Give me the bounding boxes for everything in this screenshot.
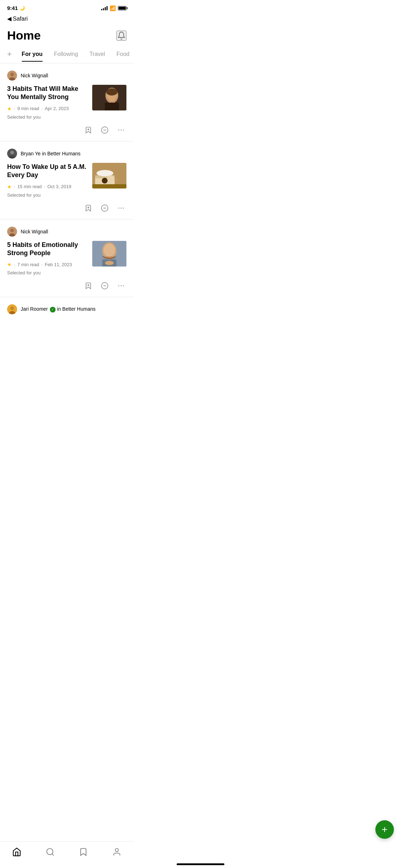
svg-point-32 xyxy=(123,207,124,208)
save-button[interactable] xyxy=(83,125,94,135)
article-text: 3 Habits That Will Make You Mentally Str… xyxy=(7,85,87,121)
svg-point-31 xyxy=(121,207,122,208)
status-left: 9:41 🌙 xyxy=(7,5,25,11)
more-button[interactable] xyxy=(116,125,126,135)
back-navigation[interactable]: ◀ Safari xyxy=(0,14,134,26)
svg-point-24 xyxy=(102,178,108,184)
article-thumbnail xyxy=(92,241,126,267)
svg-point-13 xyxy=(121,129,122,130)
status-bar: 9:41 🌙 📶 xyxy=(0,0,134,14)
author-name: Nick Wignall xyxy=(21,73,48,78)
article-actions xyxy=(7,280,126,291)
article-list: Nick Wignall 3 Habits That Will Make You… xyxy=(0,63,134,314)
avatar xyxy=(7,304,17,314)
svg-rect-25 xyxy=(92,184,126,188)
article-date: Feb 11, 2023 xyxy=(45,262,72,267)
page-header: Home xyxy=(0,26,134,50)
article-body: 5 Habits of Emotionally Strong People ★ … xyxy=(7,241,126,277)
status-time: 9:41 xyxy=(7,5,18,11)
avatar xyxy=(7,71,17,81)
article-author: Nick Wignall xyxy=(7,227,126,237)
svg-point-40 xyxy=(105,261,114,265)
tab-bar: + For you Following Travel Food xyxy=(0,50,134,63)
add-topic-button[interactable]: + xyxy=(6,50,16,63)
article-tag: Selected for you xyxy=(7,192,87,198)
tab-for-you[interactable]: For you xyxy=(16,51,48,62)
svg-point-14 xyxy=(123,129,124,130)
article-author: Nick Wignall xyxy=(7,71,126,81)
svg-point-30 xyxy=(118,207,119,208)
status-right: 📶 xyxy=(101,5,126,11)
page-title: Home xyxy=(7,29,41,42)
save-button[interactable] xyxy=(83,203,94,213)
svg-point-46 xyxy=(121,285,122,286)
signal-icon xyxy=(101,6,108,10)
tab-travel[interactable]: Travel xyxy=(84,51,111,62)
author-name: Jari Roomer ✓ in Better Humans xyxy=(21,306,95,312)
article-body: How To Wake Up at 5 A.M. Every Day ★ · 1… xyxy=(7,163,126,199)
avatar xyxy=(7,149,17,159)
article-actions xyxy=(7,125,126,135)
svg-point-22 xyxy=(107,175,114,181)
article-actions xyxy=(7,203,126,213)
author-name: Bryan Ye in Better Humans xyxy=(21,151,80,156)
svg-point-16 xyxy=(10,151,14,154)
table-row[interactable]: Nick Wignall 3 Habits That Will Make You… xyxy=(0,63,134,141)
article-meta: ★ · 15 min read · Oct 3, 2019 xyxy=(7,184,87,190)
table-row[interactable]: Bryan Ye in Better Humans How To Wake Up… xyxy=(0,141,134,219)
svg-point-49 xyxy=(10,306,14,310)
article-title: 3 Habits That Will Make You Mentally Str… xyxy=(7,85,87,102)
article-title: How To Wake Up at 5 A.M. Every Day xyxy=(7,163,87,180)
notification-button[interactable] xyxy=(116,31,126,41)
article-thumbnail xyxy=(92,163,126,188)
article-date: Oct 3, 2019 xyxy=(47,184,71,189)
article-author: Bryan Ye in Better Humans xyxy=(7,149,126,159)
table-row[interactable]: Jari Roomer ✓ in Better Humans xyxy=(0,297,134,314)
article-thumbnail xyxy=(92,85,126,110)
article-tag: Selected for you xyxy=(7,114,87,120)
svg-point-34 xyxy=(10,229,14,232)
verified-icon: ✓ xyxy=(50,307,56,312)
article-body: 3 Habits That Will Make You Mentally Str… xyxy=(7,85,126,121)
article-meta: ★ · 7 min read · Feb 11, 2023 xyxy=(7,262,87,267)
star-icon: ★ xyxy=(7,184,12,190)
table-row[interactable]: Nick Wignall 5 Habits of Emotionally Str… xyxy=(0,219,134,298)
tab-food[interactable]: Food xyxy=(111,51,134,62)
publication-name[interactable]: Better Humans xyxy=(62,306,95,312)
hide-button[interactable] xyxy=(99,203,110,213)
svg-point-7 xyxy=(106,88,118,95)
tab-following[interactable]: Following xyxy=(48,51,84,62)
article-text: 5 Habits of Emotionally Strong People ★ … xyxy=(7,241,87,277)
svg-rect-23 xyxy=(114,179,118,181)
article-title: 5 Habits of Emotionally Strong People xyxy=(7,241,87,258)
svg-point-45 xyxy=(118,285,119,286)
back-arrow-icon: ◀ xyxy=(7,15,11,22)
moon-icon: 🌙 xyxy=(19,5,25,11)
star-icon: ★ xyxy=(7,262,12,267)
article-meta: ★ · 9 min read · Apr 2, 2023 xyxy=(7,106,87,112)
article-text: How To Wake Up at 5 A.M. Every Day ★ · 1… xyxy=(7,163,87,199)
svg-rect-6 xyxy=(105,103,119,110)
svg-point-38 xyxy=(104,244,115,257)
article-author: Jari Roomer ✓ in Better Humans xyxy=(7,304,126,314)
star-icon: ★ xyxy=(7,106,12,112)
hide-button[interactable] xyxy=(99,125,110,135)
article-tag: Selected for you xyxy=(7,270,87,275)
author-name: Nick Wignall xyxy=(21,229,48,234)
wifi-icon: 📶 xyxy=(110,5,116,11)
avatar xyxy=(7,227,17,237)
save-button[interactable] xyxy=(83,280,94,291)
more-button[interactable] xyxy=(116,280,126,291)
more-button[interactable] xyxy=(116,203,126,213)
read-time: 9 min read xyxy=(17,106,39,111)
back-label: Safari xyxy=(13,16,28,22)
svg-point-1 xyxy=(10,73,14,76)
svg-point-12 xyxy=(118,129,119,130)
svg-point-47 xyxy=(123,285,124,286)
battery-icon xyxy=(118,6,126,10)
article-date: Apr 2, 2023 xyxy=(45,106,69,111)
read-time: 7 min read xyxy=(17,262,39,267)
hide-button[interactable] xyxy=(99,280,110,291)
read-time: 15 min read xyxy=(17,184,42,189)
publication-name[interactable]: Better Humans xyxy=(47,151,80,156)
